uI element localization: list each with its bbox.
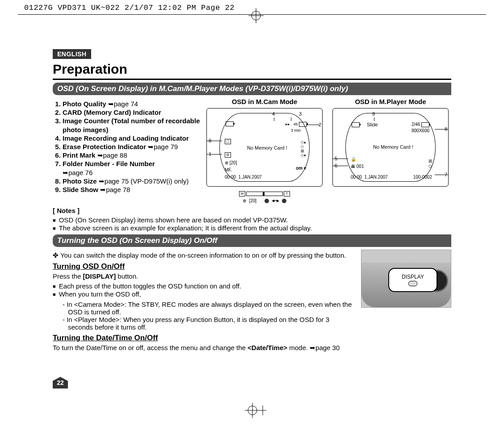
list-item: CARD (Memory Card) Indicator	[63, 108, 200, 117]
list-item: Photo Size ➥page 75 (VP-D975W(i) only)	[63, 177, 200, 185]
panel-mcam-title: OSD in M.Cam Mode	[232, 98, 298, 105]
card-icon	[299, 122, 307, 127]
list-item: Slide Show ➥page 78	[63, 185, 200, 194]
page-title: Preparation	[53, 62, 451, 77]
display-button-icon	[408, 281, 417, 286]
list-item: When you turn the OSD off,	[53, 290, 356, 298]
zoom-bar: W T	[239, 191, 290, 196]
camera-illustration: DISPLAY	[361, 250, 451, 308]
mode-detail-list: - In <Camera Mode>: The STBY, REC modes …	[63, 301, 356, 331]
list-item: The above screen is an example for expla…	[53, 224, 451, 232]
subhead-datetime: Turning the Date/Time On/Off	[53, 334, 356, 342]
language-badge: ENGLISH	[53, 49, 91, 59]
battery-icon	[226, 121, 234, 126]
lock-icon: 🔒	[351, 157, 356, 162]
osd-indicator-list: Photo Quality ➥page 74 CARD (Memory Card…	[53, 100, 200, 194]
notes-list: OSD (On Screen Display) items shown here…	[53, 216, 451, 232]
card-icon	[421, 122, 429, 127]
press-display-line: Press the [DISPLAY] button.	[53, 272, 356, 280]
panel-mplayer-title: OSD in M.Player Mode	[355, 98, 426, 105]
print-icon: 🖶	[351, 164, 355, 169]
list-item: Photo Quality ➥page 74	[63, 100, 200, 108]
quality-icon: ⧉	[225, 152, 231, 158]
title-rule	[53, 79, 451, 80]
list-item: Image Recording and Loading Indicator	[63, 134, 200, 142]
datetime-line: To turn the Date/Time on or off, access …	[53, 343, 356, 352]
size-icon: ▢	[225, 139, 231, 144]
list-item: Erase Protection Indicator ➥page 79	[63, 142, 200, 151]
panel-mplayer: OSD in M.Player Mode 9 8 7 5	[330, 98, 451, 203]
list-item: - In <Player Mode>: When you press any F…	[63, 316, 356, 331]
nav-indicator: ⊕[20] ◀━▶	[243, 198, 286, 203]
notes-heading: [ Notes ]	[53, 207, 451, 214]
section-osd-modes: OSD (On Screen Display) in M.Cam/M.Playe…	[53, 83, 451, 95]
list-item: Folder Number - File Number➥page 76	[63, 159, 200, 176]
display-button-callout: DISPLAY	[388, 268, 437, 292]
mcam-screen: 4 3 2 8 1 ▸▸ 46 3 min No Memory Card ! ▢…	[206, 108, 323, 187]
list-item: Each press of the button toggles the OSD…	[53, 282, 356, 290]
no-card-msg: No Memory Card !	[247, 145, 287, 150]
page-number-badge: 22	[53, 377, 68, 388]
section-osd-onoff: Turning the OSD (On Screen Display) On/O…	[53, 234, 451, 247]
panel-mcam: OSD in M.Cam Mode 4 3 2 8	[204, 98, 325, 203]
list-item: OSD (On Screen Display) items shown here…	[53, 216, 451, 224]
display-label: DISPLAY	[402, 274, 424, 280]
list-item: Image Counter (Total number of recordabl…	[63, 117, 200, 134]
mplayer-screen: 9 8 7 5 6 Slide 2/46 800X600 No Memory C…	[332, 108, 449, 187]
crop-mark-header: 01227G VPD371 UK~022 2/1/07 12:02 PM Pag…	[24, 4, 235, 12]
battery-icon	[352, 122, 360, 127]
crop-registration-mark	[248, 8, 264, 23]
crop-registration-mark-bottom	[245, 403, 266, 420]
subhead-osd-onoff: Turning OSD On/Off	[53, 262, 356, 271]
list-item: Print Mark ➥page 88	[63, 151, 200, 159]
toggle-intro: ✤ You can switch the display mode of the…	[53, 251, 356, 259]
onoff-bullets: Each press of the button toggles the OSD…	[53, 282, 356, 298]
list-item: - In <Camera Mode>: The STBY, REC modes …	[63, 301, 356, 316]
no-card-msg: No Memory Card !	[373, 144, 413, 150]
